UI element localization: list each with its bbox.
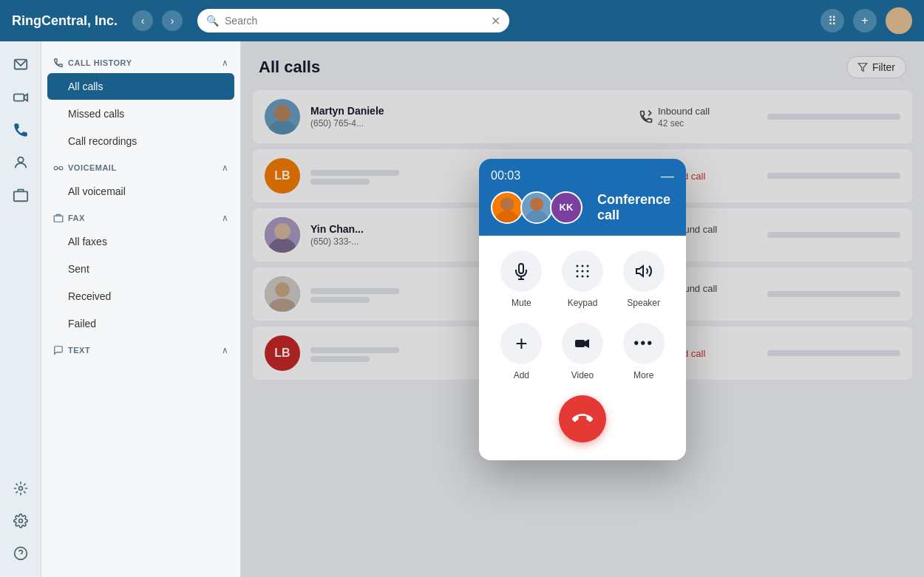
keypad-button[interactable]: Keypad [562, 250, 603, 308]
voicemail-section-header[interactable]: VOICEMAIL ∧ [41, 155, 240, 177]
svg-marker-46 [636, 266, 643, 276]
call-modal: 00:03 — KK Conference call [479, 159, 686, 460]
speaker-label: Speaker [627, 298, 660, 308]
svg-rect-47 [575, 340, 585, 347]
call-history-title: CALL HISTORY [53, 58, 132, 68]
mute-button[interactable]: Mute [500, 250, 542, 308]
nav-item-received[interactable]: Received [47, 283, 234, 310]
svg-point-39 [586, 264, 588, 267]
nav-item-missed-calls[interactable]: Missed calls [47, 100, 234, 127]
voicemail-title: VOICEMAIL [53, 163, 117, 173]
main-layout: CALL HISTORY ∧ All calls Missed calls Ca… [0, 41, 924, 577]
nav-forward-button[interactable]: › [162, 10, 183, 31]
svg-point-0 [893, 12, 905, 24]
app-logo: RingCentral, Inc. [12, 13, 118, 29]
svg-point-37 [576, 264, 578, 267]
svg-point-41 [581, 270, 583, 272]
conference-avatars: KK Conference call [491, 191, 674, 224]
sidebar-item-extensions[interactable] [6, 474, 35, 503]
topbar-right: ⠿ + [821, 7, 912, 34]
call-history-chevron: ∧ [222, 58, 228, 68]
more-label: More [633, 370, 653, 380]
nav-item-failed[interactable]: Failed [47, 310, 234, 337]
search-icon: 🔍 [206, 15, 219, 27]
svg-point-44 [581, 275, 583, 277]
call-modal-body: Mute Keypad Speaker [479, 236, 686, 460]
nav-sidebar: CALL HISTORY ∧ All calls Missed calls Ca… [41, 41, 241, 577]
more-button[interactable]: ••• More [623, 323, 665, 380]
nav-item-all-voicemail[interactable]: All voicemail [47, 178, 234, 205]
text-chevron: ∧ [222, 345, 228, 355]
svg-point-43 [576, 275, 578, 277]
speaker-icon [623, 250, 665, 292]
nav-item-all-faxes[interactable]: All faxes [47, 228, 234, 255]
minimize-button[interactable]: — [661, 169, 674, 182]
mute-label: Mute [512, 298, 531, 308]
svg-point-8 [18, 487, 22, 491]
call-controls-row-1: Mute Keypad Speaker [491, 250, 674, 308]
svg-point-33 [525, 210, 549, 223]
text-title: TEXT [53, 345, 90, 355]
svg-point-12 [54, 166, 58, 170]
svg-marker-4 [24, 94, 27, 100]
add-icon: + [500, 323, 542, 364]
svg-point-9 [18, 519, 22, 523]
search-bar: 🔍 ✕ [197, 9, 509, 33]
svg-point-13 [59, 166, 63, 170]
sidebar-item-video[interactable] [6, 83, 35, 112]
sidebar-item-phone[interactable] [6, 115, 35, 145]
add-button[interactable]: + Add [500, 323, 542, 380]
svg-point-34 [530, 197, 543, 211]
speaker-button[interactable]: Speaker [623, 250, 665, 308]
end-call-button[interactable] [559, 395, 606, 443]
topbar: RingCentral, Inc. ‹ › 🔍 ✕ ⠿ + [0, 0, 924, 41]
keypad-icon [562, 250, 603, 292]
fax-chevron: ∧ [222, 213, 228, 223]
svg-point-31 [495, 210, 520, 223]
call-timer: 00:03 [491, 169, 674, 182]
svg-point-1 [889, 24, 909, 34]
sidebar-item-settings[interactable] [6, 506, 35, 536]
call-modal-overlay: 00:03 — KK Conference call [241, 41, 924, 577]
svg-marker-48 [585, 339, 589, 348]
nav-item-all-calls[interactable]: All calls [47, 73, 234, 100]
sidebar-item-messages[interactable] [6, 50, 35, 80]
call-end-row [491, 395, 674, 443]
svg-point-45 [586, 275, 588, 277]
conference-avatar-3: KK [550, 191, 582, 224]
voicemail-chevron: ∧ [222, 163, 228, 173]
keypad-label: Keypad [568, 298, 598, 308]
svg-rect-15 [54, 216, 63, 222]
apps-grid-button[interactable]: ⠿ [821, 9, 844, 33]
conference-avatar-1 [491, 191, 523, 224]
video-label: Video [571, 370, 594, 380]
fax-section-header[interactable]: FAX ∧ [41, 205, 240, 228]
nav-back-button[interactable]: ‹ [132, 10, 153, 31]
mute-icon [500, 250, 542, 292]
content-area: All calls Filter Martyn Daniele (650) 76… [241, 41, 924, 577]
nav-item-sent[interactable]: Sent [47, 256, 234, 282]
sidebar-item-help[interactable] [6, 539, 35, 568]
conference-call-label: Conference call [597, 192, 674, 223]
icon-sidebar-bottom [6, 474, 35, 568]
sidebar-item-contacts[interactable] [6, 148, 35, 177]
nav-item-call-recordings[interactable]: Call recordings [47, 128, 234, 154]
video-icon [562, 323, 603, 364]
conference-avatar-2 [520, 191, 553, 224]
search-input[interactable] [225, 15, 485, 27]
search-clear-icon[interactable]: ✕ [491, 14, 500, 28]
video-button[interactable]: Video [562, 323, 603, 380]
user-avatar[interactable] [886, 7, 912, 34]
sidebar-item-fax[interactable] [6, 180, 35, 210]
svg-point-38 [581, 264, 583, 267]
add-button[interactable]: + [853, 9, 877, 33]
svg-rect-3 [13, 94, 24, 100]
call-modal-header: 00:03 — KK Conference call [479, 159, 686, 236]
fax-title: FAX [53, 213, 85, 223]
call-history-section-header[interactable]: CALL HISTORY ∧ [41, 50, 240, 72]
add-label: Add [514, 370, 529, 380]
call-controls-row-2: + Add Video ••• More [491, 323, 674, 380]
text-section-header[interactable]: TEXT ∧ [41, 338, 240, 360]
icon-sidebar [0, 41, 41, 577]
svg-point-42 [586, 270, 588, 272]
